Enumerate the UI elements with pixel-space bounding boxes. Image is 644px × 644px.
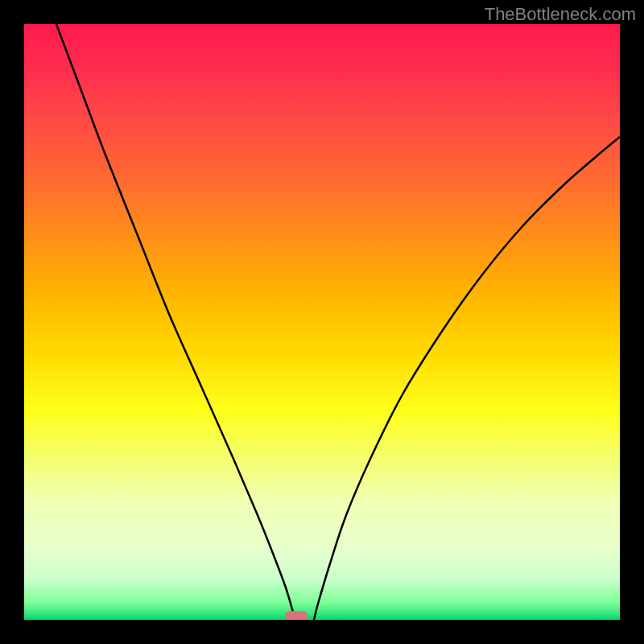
left-curve [56, 24, 296, 620]
watermark-text: TheBottleneck.com [485, 4, 636, 25]
chart-curves [24, 24, 620, 620]
right-curve [314, 137, 620, 620]
plot-area [24, 24, 620, 620]
bottleneck-marker [285, 611, 308, 620]
